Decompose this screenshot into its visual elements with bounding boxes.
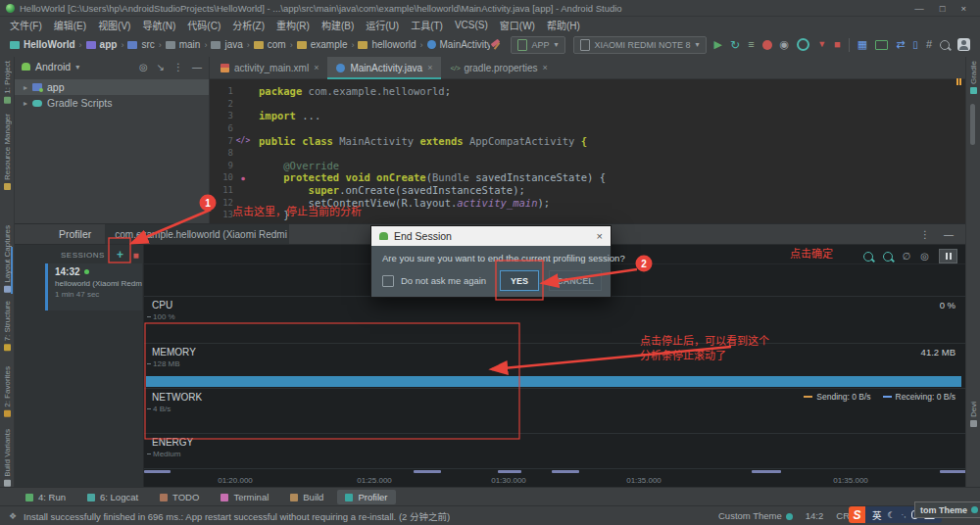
pause-live-button[interactable]	[939, 249, 957, 263]
profiler-row-memory[interactable]: MEMORY41.2 MB128 MB	[144, 343, 965, 388]
timeline-axis[interactable]: 01:20.00001:25.00001:30.00001:35.00001:3…	[144, 468, 965, 488]
breadcrumb-item[interactable]: com	[254, 39, 286, 50]
yes-button[interactable]: YES	[500, 270, 539, 291]
sidebar-item-gradle[interactable]: Gradle	[969, 61, 978, 94]
avd-manager-icon[interactable]: ▯	[912, 40, 918, 50]
breadcrumb-item[interactable]: HelloWorld	[10, 39, 75, 50]
breadcrumb-item[interactable]: example	[297, 39, 348, 50]
caret-position[interactable]: 14:2	[806, 510, 824, 521]
moon-icon[interactable]: ☾	[888, 510, 896, 520]
menu-item[interactable]: 重构(R)	[270, 17, 316, 33]
breadcrumb-item[interactable]: helloworld	[358, 39, 416, 50]
code-token: extends	[419, 135, 469, 147]
profiler-session-tab[interactable]: com.example.helloworld (Xiaomi Redmi Not…	[105, 224, 289, 244]
sidebar-item--favorites[interactable]: 2: Favorites	[3, 366, 12, 417]
close-icon[interactable]: ×	[427, 63, 432, 72]
cancel-button[interactable]: CANCEL	[549, 270, 602, 291]
close-icon[interactable]: ×	[314, 63, 318, 72]
zoom-in-icon[interactable]	[863, 252, 873, 262]
menu-item[interactable]: 代码(C)	[181, 17, 226, 33]
breadcrumb-item[interactable]: MainActivity	[427, 39, 490, 50]
maximize-button[interactable]: □	[940, 3, 946, 14]
menu-item[interactable]: VCS(S)	[449, 19, 494, 31]
bottombar-item--logcat[interactable]: 6: Logcat	[79, 490, 146, 504]
avatar[interactable]	[957, 38, 970, 51]
breadcrumb-item[interactable]: app	[86, 39, 118, 50]
menu-item[interactable]: 文件(F)	[4, 17, 48, 33]
run-config-dropdown[interactable]: APP ▾	[511, 36, 565, 54]
hide-panel-icon[interactable]: —	[944, 229, 954, 240]
sidebar-item--project[interactable]: 1: Project	[3, 61, 12, 104]
collapse-all-icon[interactable]: ↘	[157, 62, 165, 72]
close-button[interactable]: ×	[960, 3, 966, 14]
search-icon[interactable]	[940, 40, 950, 50]
apply-changes-icon[interactable]: ↻	[730, 39, 740, 51]
breadcrumb-item[interactable]: src	[127, 39, 154, 50]
build-hammer-icon[interactable]	[490, 38, 503, 51]
locate-icon[interactable]: ◎	[139, 62, 148, 72]
menu-item[interactable]: 运行(U)	[360, 17, 405, 33]
device-dropdown[interactable]: XIAOMI REDMI NOTE 8 ▾	[573, 36, 707, 54]
menu-item[interactable]: 导航(N)	[136, 17, 181, 33]
menu-item[interactable]: 窗口(W)	[494, 17, 541, 33]
reset-zoom-icon[interactable]: ∅	[903, 251, 911, 262]
sync-icon[interactable]: ⇄	[896, 39, 905, 50]
profiler-row-energy[interactable]: ENERGYMedium	[144, 433, 965, 468]
zoom-out-icon[interactable]	[883, 252, 893, 262]
profiler-row-network[interactable]: NETWORK4 B/sSending: 0 B/sReceiving: 0 B…	[144, 388, 965, 433]
hide-panel-icon[interactable]: —	[192, 62, 202, 72]
tab-MainActivity-java[interactable]: MainActivity.java×	[327, 57, 441, 78]
tree-item-app[interactable]: ▸app	[15, 79, 209, 95]
kebab-menu-icon[interactable]: ⋮	[173, 62, 183, 72]
menu-item[interactable]: 工具(T)	[405, 17, 449, 33]
bottombar-item--run[interactable]: 4: Run	[18, 490, 74, 504]
tab-gradle-properties[interactable]: </>gradle.properties×	[441, 57, 556, 78]
sidebar-item-layout-captures[interactable]: Layout Captures	[3, 225, 12, 293]
sidebar-item-resource-manager[interactable]: Resource Manager	[3, 114, 12, 190]
bottombar-item-terminal[interactable]: Terminal	[213, 490, 276, 504]
code-editor[interactable]: 1package com.example.helloworld;23import…	[210, 79, 965, 221]
tree-item-gradle-scripts[interactable]: ▸Gradle Scripts	[15, 95, 209, 111]
profile-app-icon[interactable]	[797, 38, 809, 51]
record-icon[interactable]: ◉	[780, 39, 790, 50]
stop-session-button[interactable]: ■	[132, 250, 139, 261]
project-panel-header[interactable]: Android ▾ ◎ ↘ ⋮ —	[15, 57, 209, 76]
sogou-icon[interactable]: S	[849, 506, 865, 523]
menu-item[interactable]: 构建(B)	[316, 17, 360, 33]
menu-item[interactable]: 分析(Z)	[226, 17, 270, 33]
sidebar-item--structure[interactable]: 7: Structure	[3, 301, 12, 351]
sidebar-item-build-variants[interactable]: Build Variants	[3, 429, 12, 487]
ime-punct-icon[interactable]: ·,	[902, 510, 906, 519]
pin-icon[interactable]: ▼	[817, 40, 826, 49]
menu-item[interactable]: 编辑(E)	[48, 17, 92, 33]
minimize-button[interactable]: —	[914, 3, 924, 14]
apply-code-changes-icon[interactable]: ≡	[748, 39, 754, 50]
bottombar-item-todo[interactable]: TODO	[152, 490, 207, 504]
sidebar-item-device-explorer[interactable]: Devi	[969, 402, 978, 427]
add-session-icon[interactable]: +	[117, 248, 124, 262]
dialog-close-icon[interactable]: ×	[597, 230, 603, 242]
do-not-ask-checkbox[interactable]	[382, 275, 394, 287]
close-icon[interactable]: ×	[542, 63, 547, 72]
theme-indicator[interactable]: Custom Theme	[718, 510, 793, 521]
profiler-row-cpu[interactable]: CPU0 %100 %	[144, 296, 965, 343]
kebab-menu-icon[interactable]: ⋮	[920, 229, 930, 240]
attach-debugger-icon[interactable]	[762, 40, 772, 50]
ime-language[interactable]: 英	[872, 508, 882, 522]
bottombar-item-profiler[interactable]: Profiler	[337, 490, 395, 504]
session-card[interactable]: 14:32 helloworld (Xiaomi Redmi Note 8. 1…	[45, 263, 142, 310]
scrollbar-thumb[interactable]	[970, 104, 975, 145]
layout-grid-icon[interactable]: ▦	[858, 39, 867, 50]
zoom-to-selection-icon[interactable]: ◎	[920, 251, 929, 262]
device-manager-icon[interactable]	[875, 40, 888, 50]
chevron-right-icon: ›	[121, 40, 123, 50]
tab-activity_main-xml[interactable]: activity_main.xml×	[212, 57, 327, 78]
breadcrumb-item[interactable]: java	[211, 39, 242, 50]
stop-app-button[interactable]: ■	[834, 39, 841, 50]
sdk-manager-icon[interactable]: #	[926, 39, 932, 50]
menu-item[interactable]: 帮助(H)	[541, 17, 586, 33]
breadcrumb-item[interactable]: main	[166, 39, 201, 50]
bottombar-item-build[interactable]: Build	[282, 490, 331, 504]
menu-item[interactable]: 视图(V)	[92, 17, 136, 33]
run-button[interactable]: ▶	[714, 39, 722, 50]
